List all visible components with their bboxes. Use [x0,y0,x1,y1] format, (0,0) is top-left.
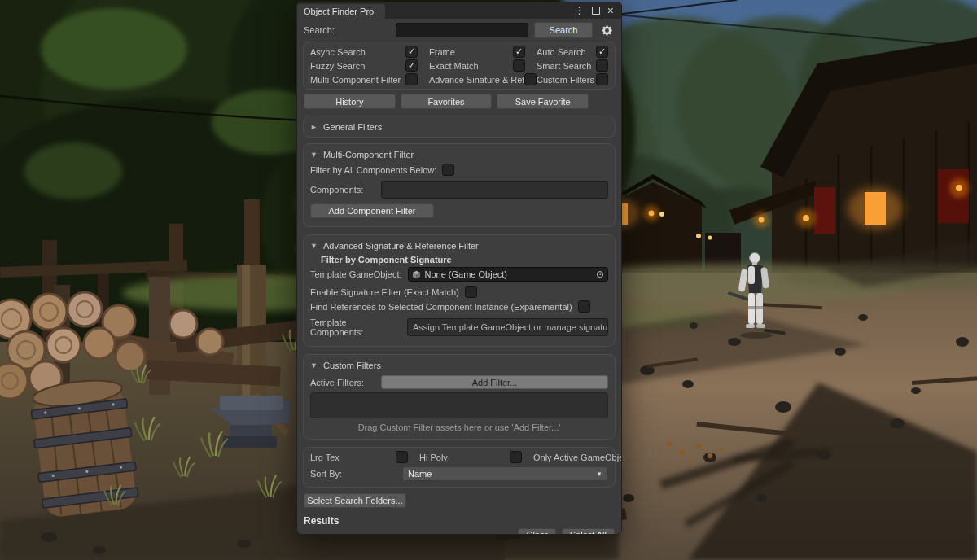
toggle-label: Hi Poly [419,453,448,462]
close-icon[interactable]: × [607,5,614,16]
toggle-label: Multi-Component Filter [310,75,401,85]
foldout-open-icon: ▼ [310,151,318,159]
toggle-fuzzy-search: Fuzzy Search✓ [310,59,418,72]
template-gameobject-field[interactable]: None (Game Object) ⊙ [408,267,609,282]
toggle-label: Frame [429,47,455,57]
display-options-grid: Lrg TexHi PolyOnly Active GameObject [310,451,608,463]
checkbox[interactable] [405,73,418,85]
checkbox[interactable] [513,59,525,72]
toggle-label: Exact Match [429,61,479,71]
toggle-label: Async Search [310,47,366,57]
toggle-multi-component-filter: Multi-Component Filter [310,73,418,85]
maximize-icon[interactable] [592,7,600,15]
custom-filters-section: ▼ Custom Filters Active Filters: Add Fil… [303,354,616,440]
toggle-custom-filters: Custom Filters [537,73,608,85]
history-button[interactable]: History [304,94,396,109]
toggle-only-active-gameobject: Only Active GameObject [533,451,622,463]
results-actions: Clear Select All [304,528,615,535]
filter-all-label: Filter by All Components Below: [310,165,436,175]
sort-by-dropdown[interactable]: Name ▼ [402,466,608,481]
general-filters-section: ► General Filters [303,116,616,138]
custom-filters-title: Custom Filters [323,361,381,370]
gameobject-cube-icon [412,270,421,279]
checkbox[interactable]: ✓ [513,46,525,58]
toggle-label: Smart Search [537,61,591,71]
toggle-label: Advance Sinature & Ref [429,75,524,85]
toggle-label: Auto Search [537,47,586,57]
multi-component-foldout[interactable]: ▼ Multi-Component Filter [310,147,608,161]
results-heading: Results [304,515,615,527]
toggle-label: Fuzzy Search [310,61,365,71]
template-gameobject-label: Template GameObject: [310,269,402,279]
toggle-async-search: Async Search✓ [310,46,418,58]
custom-filters-hint: Drag Custom Filter assets here or use 'A… [310,422,608,432]
select-all-button[interactable]: Select All [562,528,615,535]
object-picker-icon[interactable]: ⊙ [596,269,604,279]
checkbox[interactable] [596,73,608,85]
favorites-row: History Favorites Save Favorite [304,94,615,109]
active-filters-list[interactable] [310,392,608,418]
window-title: Object Finder Pro [304,7,374,16]
add-filter-button[interactable]: Add Filter... [381,375,608,389]
toggle-frame: Frame✓ [429,46,525,58]
checkbox[interactable]: ✓ [405,59,418,72]
active-filters-label: Active Filters: [310,378,375,387]
checkbox[interactable] [596,59,608,72]
unity-game-view: Object Finder Pro ⋮ × Search: Search Asy… [0,0,977,560]
toggle-advance-sinature-ref: Advance Sinature & Ref [429,73,525,85]
foldout-closed-icon: ► [310,123,318,131]
template-components-field[interactable]: Assign Template GameObject or manage sig… [407,318,608,336]
sort-by-value: Name [408,469,432,479]
checkbox[interactable] [524,73,537,85]
window-menu-icon[interactable]: ⋮ [575,6,585,15]
components-field[interactable] [381,181,608,199]
add-component-filter-button[interactable]: Add Component Filter [310,203,434,218]
sort-by-label: Sort By: [310,469,402,479]
checkbox[interactable]: ✓ [405,46,418,58]
filter-all-checkbox[interactable] [442,164,454,176]
find-references-checkbox[interactable] [578,300,590,313]
settings-gear-icon[interactable] [598,23,615,37]
toggle-label: Lrg Tex [310,453,340,462]
window-titlebar[interactable]: Object Finder Pro ⋮ × [297,2,621,19]
toggle-label: Custom Filters [537,75,594,85]
search-button[interactable]: Search [534,22,593,38]
toggle-hi-poly: Hi Poly [419,451,522,463]
multi-component-section: ▼ Multi-Component Filter Filter by All C… [303,143,616,227]
custom-filters-foldout[interactable]: ▼ Custom Filters [310,358,608,372]
enable-signature-checkbox[interactable] [465,286,477,298]
multi-component-title: Multi-Component Filter [323,150,414,160]
object-finder-window: Object Finder Pro ⋮ × Search: Search Asy… [296,2,622,535]
foldout-open-icon: ▼ [310,361,318,370]
advanced-signature-foldout[interactable]: ▼ Advanced Signature & Reference Filter [310,238,608,252]
search-options-grid: Async Search✓Frame✓Auto Search✓Fuzzy Sea… [303,42,616,90]
template-components-label: Template Components: [310,317,401,337]
enable-signature-label: Enable Signature Filter (Exact Match) [310,287,459,297]
clear-button[interactable]: Clear [518,528,555,535]
search-input[interactable] [396,23,528,37]
toggle-label: Only Active GameObject [533,453,622,462]
display-options-section: Lrg TexHi PolyOnly Active GameObject Sor… [303,447,616,488]
general-filters-foldout[interactable]: ► General Filters [310,120,608,133]
checkbox[interactable] [510,451,522,463]
save-favorite-button[interactable]: Save Favorite [497,94,589,109]
checkbox[interactable] [396,451,408,463]
search-row: Search: Search [304,21,615,39]
advanced-signature-title: Advanced Signature & Reference Filter [323,241,479,251]
checkbox[interactable]: ✓ [596,46,608,58]
select-search-folders-button[interactable]: Select Search Folders... [304,493,406,508]
foldout-open-icon: ▼ [310,242,318,250]
favorites-button[interactable]: Favorites [401,94,493,109]
toggle-lrg-tex: Lrg Tex [310,451,408,463]
search-label: Search: [304,25,390,35]
template-gameobject-value: None (Game Object) [425,269,507,279]
components-label: Components: [310,185,375,195]
find-references-label: Find References to Selected Component In… [310,302,572,312]
toggle-smart-search: Smart Search [537,59,608,72]
advanced-signature-section: ▼ Advanced Signature & Reference Filter … [303,234,616,347]
component-signature-subtitle: Filter by Component Signature [321,255,608,265]
general-filters-title: General Filters [323,122,382,132]
toggle-auto-search: Auto Search✓ [537,46,608,58]
toggle-exact-match: Exact Match [429,59,525,72]
window-tab[interactable]: Object Finder Pro [297,4,385,19]
